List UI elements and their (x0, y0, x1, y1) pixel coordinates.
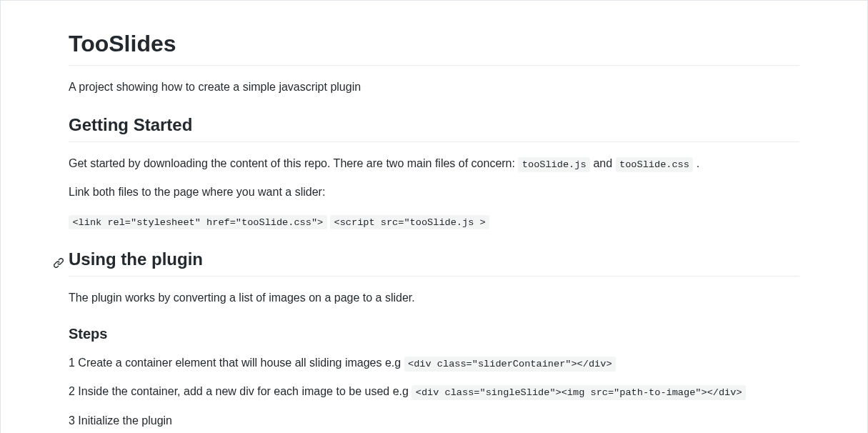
step-1-code: <div class="sliderContainer"></div> (404, 357, 616, 371)
step-2-code: <div class="singleSlide"><img src="path-… (411, 385, 746, 399)
page-container: TooSlides A project showing how to creat… (0, 0, 868, 433)
anchor-link-icon[interactable] (53, 252, 66, 264)
step-3: 3 Initialize the plugin (69, 412, 799, 429)
link-icon (53, 252, 64, 272)
readme-body: TooSlides A project showing how to creat… (1, 1, 867, 429)
step-1-text: 1 Create a container element that will h… (69, 357, 404, 369)
heading-using-text: Using the plugin (69, 249, 203, 269)
inline-code-link-tag: <link rel="stylesheet" href="tooSlide.cs… (69, 215, 327, 229)
inline-code-tooslide-js: tooSlide.js (518, 157, 590, 171)
getting-started-para2: Link both files to the page where you wa… (69, 184, 799, 201)
using-para1: The plugin works by converting a list of… (69, 289, 799, 307)
inline-code-tooslide-css: tooSlide.css (616, 157, 694, 171)
readme-title: TooSlides (69, 29, 799, 66)
heading-getting-started: Getting Started (69, 114, 799, 142)
link-code-block: <link rel="stylesheet" href="tooSlide.cs… (69, 212, 799, 229)
step-2-text: 2 Inside the container, add a new div fo… (69, 385, 411, 397)
step-1: 1 Create a container element that will h… (69, 354, 799, 372)
gs-text-suffix: . (697, 157, 699, 169)
step-2: 2 Inside the container, add a new div fo… (69, 383, 799, 400)
heading-using-the-plugin: Using the plugin (69, 249, 799, 277)
gs-text-prefix: Get started by downloading the content o… (69, 157, 518, 169)
getting-started-para1: Get started by downloading the content o… (69, 155, 799, 172)
inline-code-script-tag: <script src="tooSlide.js > (330, 215, 489, 229)
intro-paragraph: A project showing how to create a simple… (69, 79, 799, 96)
gs-text-mid: and (593, 157, 615, 169)
heading-steps: Steps (69, 325, 799, 343)
